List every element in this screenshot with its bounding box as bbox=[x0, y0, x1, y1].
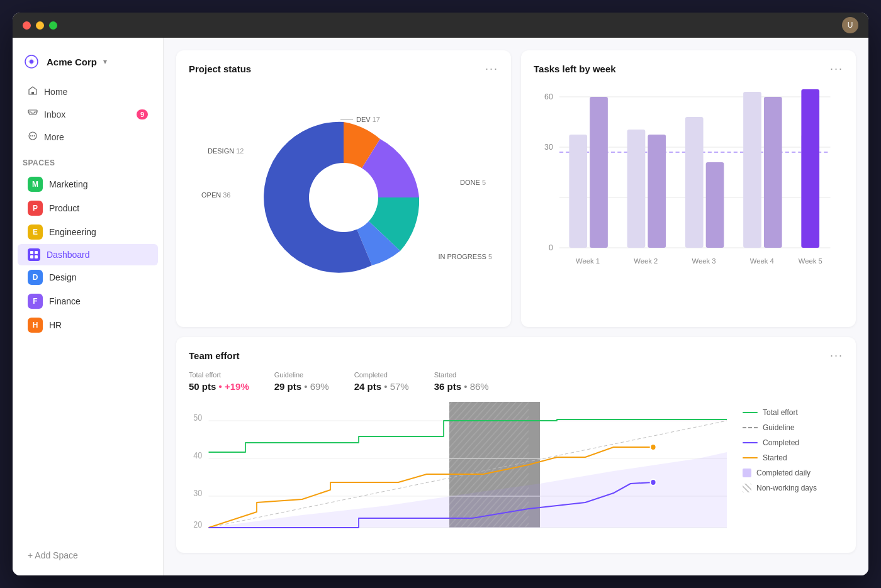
inbox-icon bbox=[28, 108, 38, 121]
legend-box-daily bbox=[743, 469, 751, 477]
sidebar-item-hr[interactable]: H HR bbox=[18, 313, 158, 337]
stat-change-total: • +19% bbox=[219, 381, 249, 392]
svg-text:Week 4: Week 4 bbox=[750, 257, 774, 265]
bar-w1-purple bbox=[590, 97, 608, 248]
stat-value-guideline: 29 pts • 69% bbox=[274, 381, 329, 392]
svg-point-4 bbox=[32, 135, 33, 136]
svg-point-5 bbox=[30, 135, 31, 136]
project-status-header: Project status ··· bbox=[189, 63, 498, 74]
nav-item-inbox[interactable]: Inbox 9 bbox=[18, 103, 158, 126]
minimize-button[interactable] bbox=[36, 21, 44, 30]
legend-pattern-nonworking bbox=[743, 484, 751, 492]
bar-w4-purple bbox=[764, 97, 782, 248]
add-space-button[interactable]: + Add Space bbox=[13, 545, 163, 565]
legend-label-total: Total effort bbox=[763, 408, 798, 417]
pie-label-dev: DEV 17 bbox=[356, 116, 380, 123]
team-effort-more[interactable]: ··· bbox=[830, 350, 843, 361]
workspace-header[interactable]: Acme Corp ▾ bbox=[13, 48, 163, 80]
space-label-product: Product bbox=[49, 203, 79, 213]
svg-point-1 bbox=[30, 60, 33, 64]
started-endpoint bbox=[651, 444, 656, 450]
legend-label-started: Started bbox=[763, 453, 787, 462]
nav-item-home[interactable]: Home bbox=[18, 80, 158, 103]
svg-text:30: 30 bbox=[193, 488, 202, 498]
bar-w3-purple bbox=[706, 162, 724, 248]
svg-text:50: 50 bbox=[193, 413, 202, 423]
app-window: U Acme Corp ▾ bbox=[13, 13, 868, 575]
traffic-lights bbox=[23, 21, 57, 30]
stat-label-started: Started bbox=[434, 371, 489, 379]
close-button[interactable] bbox=[23, 21, 31, 30]
legend-completed-daily: Completed daily bbox=[743, 469, 843, 477]
tasks-header: Tasks left by week ··· bbox=[534, 63, 843, 74]
legend-label-guideline: Guideline bbox=[763, 423, 795, 432]
title-bar: U bbox=[13, 13, 868, 38]
pie-center bbox=[309, 163, 378, 232]
legend-area: Total effort Guideline Completed St bbox=[743, 402, 843, 540]
tasks-more[interactable]: ··· bbox=[830, 63, 843, 74]
space-label-engineering: Engineering bbox=[49, 227, 96, 237]
completed-endpoint bbox=[651, 479, 656, 485]
line-chart: 20 30 40 50 bbox=[189, 402, 732, 540]
project-status-more[interactable]: ··· bbox=[485, 63, 498, 74]
svg-rect-10 bbox=[35, 255, 38, 258]
pie-label-inprogress: IN PROGRESS 5 bbox=[438, 253, 492, 260]
pie-chart bbox=[249, 103, 438, 292]
spaces-header: Spaces bbox=[13, 148, 163, 172]
space-avatar-engineering: E bbox=[28, 225, 43, 240]
effort-main: 20 30 40 50 bbox=[189, 402, 843, 540]
sidebar-item-marketing[interactable]: M Marketing bbox=[18, 172, 158, 196]
inbox-badge: 9 bbox=[137, 109, 148, 119]
bar-w3-gray bbox=[685, 117, 704, 248]
legend-label-daily: Completed daily bbox=[756, 469, 811, 477]
legend-total-effort: Total effort bbox=[743, 408, 843, 417]
user-avatar[interactable]: U bbox=[842, 17, 858, 33]
svg-text:30: 30 bbox=[544, 143, 553, 152]
sidebar-item-product[interactable]: P Product bbox=[18, 196, 158, 220]
more-icon bbox=[28, 131, 38, 143]
chevron-down-icon: ▾ bbox=[103, 57, 107, 66]
stat-guideline: Guideline 29 pts • 69% bbox=[274, 371, 329, 392]
team-effort-title: Team effort bbox=[189, 350, 240, 361]
effort-stats: Total effort 50 pts • +19% Guideline 29 … bbox=[189, 371, 843, 392]
nav-label-inbox: Inbox bbox=[44, 109, 65, 119]
tasks-by-week-card: Tasks left by week ··· bbox=[521, 50, 856, 327]
stat-value-total: 50 pts • +19% bbox=[189, 381, 249, 392]
svg-rect-9 bbox=[30, 255, 33, 258]
stat-label-total: Total effort bbox=[189, 371, 249, 379]
maximize-button[interactable] bbox=[49, 21, 57, 30]
space-avatar-product: P bbox=[28, 201, 43, 216]
legend-completed: Completed bbox=[743, 438, 843, 447]
home-icon bbox=[28, 86, 38, 98]
stat-label-completed: Completed bbox=[354, 371, 409, 379]
dashboard-label: Dashboard bbox=[47, 250, 90, 260]
space-avatar-marketing: M bbox=[28, 177, 43, 192]
svg-point-6 bbox=[34, 135, 35, 136]
svg-rect-8 bbox=[35, 251, 38, 254]
bar-w1-gray bbox=[569, 135, 587, 248]
nav-label-home: Home bbox=[44, 87, 67, 97]
nav-label-more: More bbox=[44, 132, 64, 142]
sidebar-item-dashboard[interactable]: Dashboard bbox=[18, 244, 158, 265]
sidebar-item-design[interactable]: D Design bbox=[18, 265, 158, 289]
stat-change-started: • 86% bbox=[464, 381, 488, 392]
sidebar-item-engineering[interactable]: E Engineering bbox=[18, 220, 158, 244]
legend-line-completed bbox=[743, 442, 758, 443]
stat-total-effort: Total effort 50 pts • +19% bbox=[189, 371, 249, 392]
stat-value-completed: 24 pts • 57% bbox=[354, 381, 409, 392]
sidebar-item-finance[interactable]: F Finance bbox=[18, 289, 158, 313]
workspace-name: Acme Corp bbox=[47, 57, 97, 67]
project-status-title: Project status bbox=[189, 64, 251, 74]
stat-label-guideline: Guideline bbox=[274, 371, 329, 379]
legend-nonworking: Non-working days bbox=[743, 484, 843, 492]
legend-line-total bbox=[743, 412, 758, 413]
legend-line-started bbox=[743, 457, 758, 458]
svg-rect-7 bbox=[30, 251, 33, 254]
legend-label-completed: Completed bbox=[763, 438, 799, 447]
bar-chart: 60 30 0 bbox=[534, 84, 843, 311]
svg-text:Week 2: Week 2 bbox=[634, 257, 658, 265]
svg-text:40: 40 bbox=[193, 450, 202, 460]
nav-item-more[interactable]: More bbox=[18, 126, 158, 148]
top-row: Project status ··· bbox=[176, 50, 856, 327]
stat-completed: Completed 24 pts • 57% bbox=[354, 371, 409, 392]
